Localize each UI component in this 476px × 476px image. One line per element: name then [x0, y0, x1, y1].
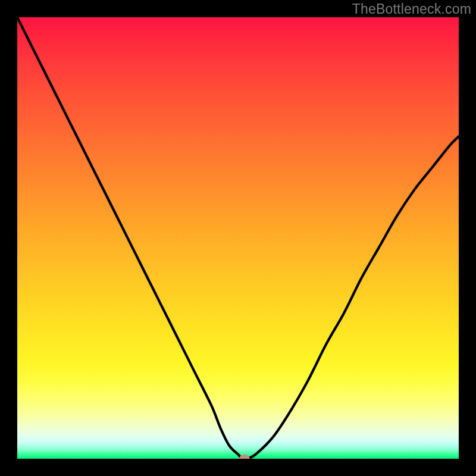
chart-frame: TheBottleneck.com	[0, 0, 476, 476]
watermark-text: TheBottleneck.com	[352, 1, 471, 17]
plot-area	[17, 17, 459, 459]
optimal-point-marker	[239, 455, 250, 459]
bottleneck-curve	[17, 17, 459, 459]
